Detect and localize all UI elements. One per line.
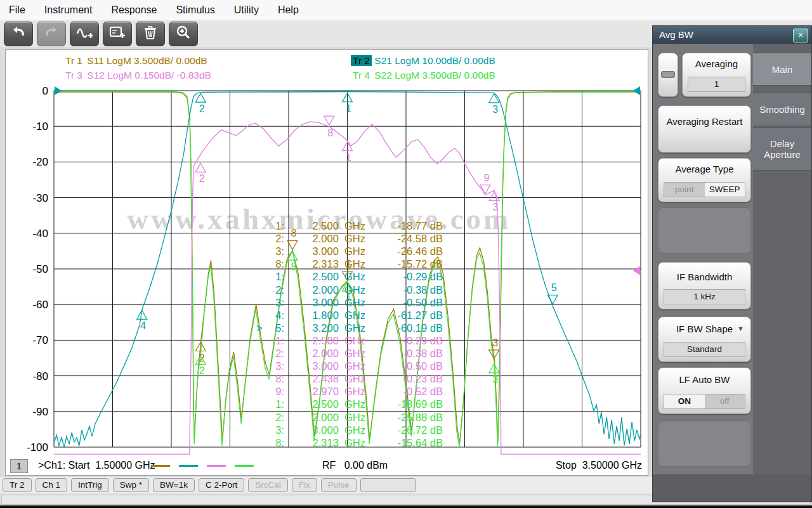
active-marker-arrow <box>256 220 265 232</box>
add-channel-button[interactable] <box>103 22 132 46</box>
averaging-toggle-button[interactable] <box>658 53 678 97</box>
menu-item-help[interactable]: Help <box>278 4 299 16</box>
marker-number: 1: <box>265 220 284 232</box>
status-chip-tr-2[interactable]: Tr 2 <box>3 478 32 492</box>
status-chip-bw-1k[interactable]: BW=1k <box>153 478 195 492</box>
marker-value: -0.29 dB <box>365 335 443 347</box>
active-marker-arrow <box>256 297 265 309</box>
marker-number: 9: <box>265 386 284 398</box>
active-marker-arrow <box>256 386 265 398</box>
tab-main[interactable]: Main <box>753 53 811 86</box>
marker-frequency: 2.000 GHz <box>284 348 365 360</box>
menu-item-stimulus[interactable]: Stimulus <box>176 4 214 16</box>
marker-frequency: 1.800 GHz <box>284 309 365 322</box>
marker-value: -0.38 dB <box>365 284 443 296</box>
legend-tr1[interactable]: Tr 1 S11 LogM 3.500dB/ 0.00dB <box>63 55 207 67</box>
stop-label: Stop <box>556 460 577 471</box>
lf-auto-bw-option-off[interactable]: off <box>705 394 745 408</box>
marker-value: -25.88 dB <box>365 412 443 424</box>
legend-tr2[interactable]: Tr 2 S21 LogM 10.00dB/ 0.00dB <box>351 55 495 67</box>
add-trace-icon <box>76 25 93 42</box>
stimulus-start-readout[interactable]: >Ch1: Start 1.50000 GHz <box>38 460 155 471</box>
active-marker-arrow <box>256 424 265 436</box>
if-bandwidth-value[interactable]: 1 kHz <box>664 289 745 304</box>
status-chip-blank[interactable] <box>360 478 416 492</box>
marker-number: 2: <box>265 412 284 424</box>
marker-frequency: 2.313 GHz <box>284 258 365 270</box>
averaging-restart-button[interactable]: Averaging Restart <box>658 105 751 153</box>
marker-table-row: 2:2.000 GHz-24.58 dB <box>256 233 443 245</box>
legend-trace-format: S22 LogM 3.500dB/ 0.00dB <box>372 70 495 81</box>
average-type-label: Average Type <box>658 164 750 174</box>
if-bandwidth-button[interactable]: IF Bandwidth 1 kHz <box>658 262 751 309</box>
y-tick-label: 0 <box>10 85 48 98</box>
panel-close-button[interactable]: × <box>793 29 808 42</box>
window-bottom-edge <box>0 505 812 508</box>
legend-tr4[interactable]: Tr 4 S22 LogM 3.500dB/ 0.00dB <box>351 70 495 81</box>
average-type-button[interactable]: Average Type point SWEEP <box>658 158 751 202</box>
rf-value: 0.00 dBm <box>344 460 388 471</box>
active-marker-arrow <box>256 360 265 372</box>
averaging-led-icon <box>661 71 675 78</box>
marker-table-row: 3:3.000 GHz-26.72 dB <box>256 424 443 436</box>
average-type-option-sweep[interactable]: SWEEP <box>705 183 745 197</box>
y-tick-label: -80 <box>10 370 48 383</box>
marker-number: 2: <box>265 233 284 245</box>
marker-number: 8: <box>265 437 284 449</box>
menu-item-utility[interactable]: Utility <box>234 4 259 16</box>
marker-table-row: 8:2.313 GHz-15.72 dB <box>256 258 443 270</box>
channel-number-badge[interactable]: 1 <box>10 459 28 473</box>
panel-title-bar[interactable]: Avg BW × <box>653 26 811 44</box>
status-chip-fix[interactable]: Fix <box>292 478 317 492</box>
y-tick-label: -10 <box>10 120 48 133</box>
marker-table-row: 1:2.500 GHz-0.29 dB <box>256 271 443 283</box>
stimulus-stop-readout[interactable]: Stop 3.50000 GHz <box>556 460 642 471</box>
status-chip-ch-1[interactable]: Ch 1 <box>36 478 68 492</box>
lf-auto-bw-option-on[interactable]: ON <box>664 394 705 408</box>
marker-frequency: 2.313 GHz <box>284 437 365 449</box>
marker-frequency: 3.000 GHz <box>284 297 365 309</box>
tab-delay-aperture[interactable]: Delay Aperture <box>753 127 811 171</box>
marker-table-row: 3:3.000 GHz-0.50 dB <box>256 297 443 309</box>
tab-smoothing[interactable]: Smoothing <box>753 92 811 126</box>
redo-button[interactable] <box>37 22 66 46</box>
average-type-toggle[interactable]: point SWEEP <box>664 182 745 197</box>
undo-button[interactable] <box>4 22 33 46</box>
trash-icon <box>143 25 157 42</box>
marker-table-row: 2:2.000 GHz-25.88 dB <box>256 412 443 424</box>
status-chip-srccal[interactable]: SrcCal <box>248 478 288 492</box>
lf-auto-bw-button[interactable]: LF Auto BW ON off <box>658 367 751 414</box>
menu-bar: FileInstrumentResponseStimulusUtilityHel… <box>0 0 812 20</box>
status-chip-inttrig[interactable]: IntTrig <box>71 478 109 492</box>
status-chip-c-2-port[interactable]: C 2-Port <box>199 478 244 492</box>
menu-item-instrument[interactable]: Instrument <box>44 4 93 16</box>
averaging-value[interactable]: 1 <box>688 77 745 92</box>
legend-tr3[interactable]: Tr 3 S12 LogM 0.150dB/ -0.83dB <box>63 70 211 81</box>
marker-value: -0.29 dB <box>365 271 443 283</box>
if-bw-shape-value[interactable]: Standard <box>664 342 745 357</box>
channel-status-bar: 1 >Ch1: Start 1.50000 GHz RF 0.00 dBm St… <box>5 458 648 476</box>
add-channel-icon <box>109 25 126 42</box>
active-marker-arrow <box>256 412 265 424</box>
delete-button[interactable] <box>136 22 165 46</box>
zoom-button[interactable] <box>169 22 198 46</box>
marker-frequency: 3.000 GHz <box>284 245 365 257</box>
if-bw-shape-button[interactable]: IF BW Shape ▼ Standard <box>658 316 751 362</box>
rf-power-readout[interactable]: RF 0.00 dBm <box>322 460 388 471</box>
marker-value: -18.77 dB <box>365 220 443 232</box>
stop-value: 3.50000 GHz <box>582 460 642 471</box>
trace-color-dash <box>179 465 198 467</box>
active-marker-arrow <box>256 373 265 385</box>
panel-body: Averaging 1 Averaging Restart Average Ty… <box>653 44 753 474</box>
averaging-button[interactable]: Averaging 1 <box>682 53 751 97</box>
status-chip-pulse[interactable]: Pulse <box>321 478 357 492</box>
marker-number: 1: <box>265 398 284 410</box>
status-chip-swp-[interactable]: Swp * <box>113 478 149 492</box>
marker-number: 1: <box>265 271 284 283</box>
average-type-option-point[interactable]: point <box>664 183 705 197</box>
lf-auto-bw-toggle[interactable]: ON off <box>664 394 745 409</box>
y-tick-label: -60 <box>10 299 48 311</box>
menu-item-response[interactable]: Response <box>111 4 157 16</box>
add-trace-button[interactable] <box>70 22 99 46</box>
menu-item-file[interactable]: File <box>9 4 25 16</box>
